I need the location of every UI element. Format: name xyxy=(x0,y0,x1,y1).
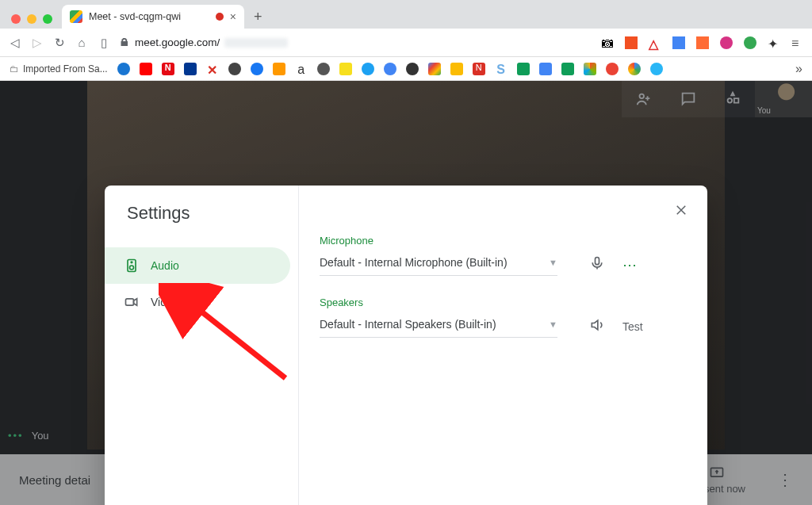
forward-button[interactable]: ▷ xyxy=(30,36,44,50)
chevron-down-icon: ▼ xyxy=(549,258,557,267)
bookmark-icon[interactable] xyxy=(450,63,463,75)
extensions-menu-icon[interactable]: ✦ xyxy=(768,36,780,49)
mic-more-button[interactable]: ⋯ xyxy=(622,256,638,274)
minimize-window-button[interactable] xyxy=(27,14,36,24)
bookmark-icon[interactable] xyxy=(140,63,152,75)
bookmark-icon[interactable] xyxy=(362,63,374,75)
bookmark-icon[interactable]: N xyxy=(473,63,485,75)
extension-icon[interactable] xyxy=(696,36,709,49)
microphone-label: Microphone xyxy=(320,235,687,247)
svg-rect-7 xyxy=(596,257,599,264)
extension-icon[interactable] xyxy=(744,36,756,49)
extension-icon[interactable]: △ xyxy=(649,36,661,49)
tab-title: Meet - svd-cqgm-qwi xyxy=(89,11,181,22)
url-text: meet.google.com/ xyxy=(135,36,220,48)
bookmark-icon[interactable] xyxy=(539,63,552,75)
sidebar-label: Video xyxy=(151,296,179,308)
bookmark-icon[interactable] xyxy=(339,63,352,75)
new-tab-button[interactable]: + xyxy=(246,9,270,29)
speakers-field: Speakers Default - Internal Speakers (Bu… xyxy=(320,296,687,338)
sidebar-item-audio[interactable]: Audio xyxy=(105,247,290,284)
bookmarks-overflow-button[interactable]: » xyxy=(795,62,802,76)
url-blur xyxy=(224,38,288,48)
chevron-down-icon: ▼ xyxy=(549,319,557,329)
home-button[interactable]: ⌂ xyxy=(75,36,89,49)
back-button[interactable]: ◁ xyxy=(8,36,22,50)
bookmarks-bar: 🗀 Imported From Sa... N ✕ a N S » xyxy=(0,57,812,81)
bookmark-button[interactable]: ▯ xyxy=(97,36,111,50)
tabstrip: Meet - svd-cqgm-qwi × + xyxy=(0,0,812,29)
browser-chrome: Meet - svd-cqgm-qwi × + ◁ ▷ ↻ ⌂ ▯ 🔒︎ mee… xyxy=(0,0,812,81)
bookmark-icon[interactable] xyxy=(561,63,574,75)
browser-menu-icon[interactable]: ≡ xyxy=(791,36,804,49)
sidebar-item-video[interactable]: Video xyxy=(105,284,290,320)
bookmark-icon[interactable] xyxy=(184,63,197,75)
svg-point-4 xyxy=(130,266,134,270)
bookmark-icon[interactable] xyxy=(650,63,663,75)
bookmark-icon[interactable] xyxy=(606,63,619,75)
bookmark-icon[interactable] xyxy=(117,63,130,75)
camera-icon xyxy=(124,294,140,310)
close-tab-button[interactable]: × xyxy=(230,10,236,23)
folder-icon: 🗀 xyxy=(10,63,19,75)
bookmark-icon[interactable]: ✕ xyxy=(206,63,219,75)
bookmark-icon[interactable] xyxy=(584,63,596,75)
window-controls[interactable] xyxy=(6,14,60,29)
volume-icon xyxy=(589,317,605,336)
extensions-area: 📷︎ △ ✦ ≡ xyxy=(601,36,804,49)
settings-sidebar: Audio Video xyxy=(105,186,299,505)
bookmark-icon[interactable] xyxy=(251,63,263,75)
bookmark-icon[interactable] xyxy=(317,63,330,75)
maximize-window-button[interactable] xyxy=(43,14,52,24)
bookmark-icon[interactable] xyxy=(273,63,285,75)
bookmark-icon[interactable] xyxy=(384,63,396,75)
sidebar-label: Audio xyxy=(151,259,179,272)
bookmark-icon[interactable]: a xyxy=(295,63,308,75)
extension-icon[interactable] xyxy=(672,36,685,49)
bookmark-icon[interactable]: S xyxy=(495,63,508,75)
recording-indicator-icon xyxy=(216,13,224,21)
svg-rect-6 xyxy=(126,299,134,305)
microphone-value: Default - Internal Microphone (Built-in) xyxy=(320,256,508,269)
speakers-select[interactable]: Default - Internal Speakers (Built-in) ▼ xyxy=(320,315,557,338)
svg-point-5 xyxy=(131,262,132,263)
settings-dialog: Settings Audio Video Microphone xyxy=(105,186,707,505)
bookmark-icon[interactable] xyxy=(228,63,241,75)
microphone-field: Microphone Default - Internal Microphone… xyxy=(320,235,687,276)
bookmark-icon[interactable]: N xyxy=(162,63,174,75)
speakers-value: Default - Internal Speakers (Built-in) xyxy=(320,318,496,331)
camera-indicator-icon[interactable]: 📷︎ xyxy=(601,36,614,49)
browser-tab[interactable]: Meet - svd-cqgm-qwi × xyxy=(62,5,244,29)
address-bar: ◁ ▷ ↻ ⌂ ▯ 🔒︎ meet.google.com/ 📷︎ △ ✦ ≡ xyxy=(0,29,812,57)
reload-button[interactable]: ↻ xyxy=(52,36,67,50)
bookmark-label: Imported From Sa... xyxy=(23,63,108,75)
bookmark-folder[interactable]: 🗀 Imported From Sa... xyxy=(10,63,108,75)
speaker-icon xyxy=(124,258,140,274)
test-speakers-button[interactable]: Test xyxy=(622,320,643,333)
meet-favicon-icon xyxy=(70,10,82,23)
speakers-label: Speakers xyxy=(320,296,687,308)
bookmark-icon[interactable] xyxy=(406,63,419,75)
meet-page: You ••• You Meeting detai Turn on captio… xyxy=(0,81,812,505)
dialog-title: Settings xyxy=(127,203,190,224)
extension-icon[interactable] xyxy=(625,36,638,49)
close-window-button[interactable] xyxy=(11,14,21,24)
settings-main: Microphone Default - Internal Microphone… xyxy=(299,186,707,505)
url-field[interactable]: 🔒︎ meet.google.com/ xyxy=(119,36,593,48)
extension-icon[interactable] xyxy=(720,36,733,49)
bookmark-icon[interactable] xyxy=(628,63,641,75)
mic-level-icon xyxy=(589,255,605,274)
microphone-select[interactable]: Default - Internal Microphone (Built-in)… xyxy=(320,253,557,276)
bookmark-icon[interactable] xyxy=(517,63,530,75)
bookmark-icon[interactable] xyxy=(428,63,441,75)
lock-icon: 🔒︎ xyxy=(119,36,130,48)
